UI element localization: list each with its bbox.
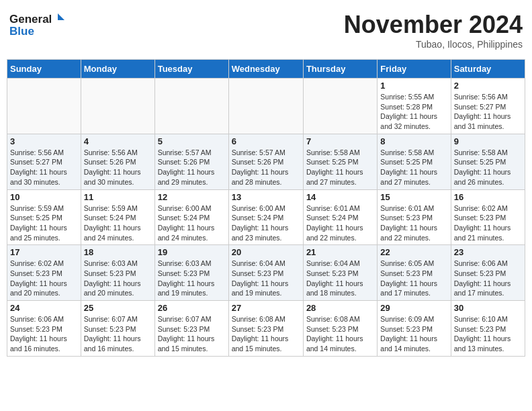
- calendar-day-cell: 15Sunrise: 6:01 AMSunset: 5:23 PMDayligh…: [378, 189, 451, 245]
- calendar-week-row: 24Sunrise: 6:06 AMSunset: 5:23 PMDayligh…: [7, 301, 525, 357]
- logo: General Blue: [9, 11, 70, 40]
- day-number: 9: [454, 136, 522, 146]
- day-detail: Sunrise: 5:56 AMSunset: 5:27 PMDaylight:…: [454, 92, 522, 132]
- calendar-day-cell: 22Sunrise: 6:05 AMSunset: 5:23 PMDayligh…: [378, 245, 451, 301]
- day-detail: Sunrise: 6:00 AMSunset: 5:24 PMDaylight:…: [232, 203, 300, 243]
- day-detail: Sunrise: 6:03 AMSunset: 5:23 PMDaylight:…: [84, 259, 152, 298]
- day-detail: Sunrise: 6:06 AMSunset: 5:23 PMDaylight:…: [454, 259, 522, 298]
- calendar-table: SundayMondayTuesdayWednesdayThursdayFrid…: [7, 59, 525, 357]
- svg-text:Blue: Blue: [9, 25, 34, 38]
- calendar-day-cell: 13Sunrise: 6:00 AMSunset: 5:24 PMDayligh…: [228, 189, 303, 245]
- day-number: 1: [380, 81, 447, 91]
- calendar-day-cell: 11Sunrise: 5:59 AMSunset: 5:24 PMDayligh…: [81, 189, 154, 245]
- calendar-day-cell: 25Sunrise: 6:07 AMSunset: 5:23 PMDayligh…: [81, 301, 154, 357]
- day-number: 8: [380, 136, 447, 146]
- day-detail: Sunrise: 6:02 AMSunset: 5:23 PMDaylight:…: [10, 259, 78, 298]
- day-number: 19: [158, 247, 226, 257]
- day-detail: Sunrise: 6:08 AMSunset: 5:23 PMDaylight:…: [232, 314, 300, 354]
- weekday-header: Wednesday: [228, 60, 303, 79]
- day-number: 28: [306, 303, 374, 313]
- day-detail: Sunrise: 5:57 AMSunset: 5:26 PMDaylight:…: [232, 148, 300, 187]
- day-number: 3: [10, 136, 78, 146]
- calendar-day-cell: 5Sunrise: 5:57 AMSunset: 5:26 PMDaylight…: [154, 134, 228, 189]
- calendar-day-cell: 16Sunrise: 6:02 AMSunset: 5:23 PMDayligh…: [451, 189, 525, 245]
- day-detail: Sunrise: 6:00 AMSunset: 5:24 PMDaylight:…: [158, 203, 226, 243]
- day-number: 16: [454, 192, 522, 202]
- day-number: 4: [84, 136, 152, 146]
- day-detail: Sunrise: 6:07 AMSunset: 5:23 PMDaylight:…: [158, 314, 226, 354]
- calendar-day-cell: 27Sunrise: 6:08 AMSunset: 5:23 PMDayligh…: [228, 301, 303, 357]
- day-number: 2: [454, 81, 522, 91]
- weekday-header: Monday: [81, 60, 154, 79]
- day-detail: Sunrise: 6:09 AMSunset: 5:23 PMDaylight:…: [380, 314, 447, 354]
- day-number: 5: [158, 136, 226, 146]
- calendar-day-cell: 24Sunrise: 6:06 AMSunset: 5:23 PMDayligh…: [7, 301, 81, 357]
- weekday-header: Tuesday: [154, 60, 228, 79]
- calendar-week-row: 10Sunrise: 5:59 AMSunset: 5:25 PMDayligh…: [7, 189, 525, 245]
- day-detail: Sunrise: 6:07 AMSunset: 5:23 PMDaylight:…: [84, 314, 152, 354]
- day-number: 7: [306, 136, 374, 146]
- calendar-day-cell: [7, 79, 81, 134]
- day-number: 12: [158, 192, 226, 202]
- day-detail: Sunrise: 5:59 AMSunset: 5:25 PMDaylight:…: [10, 203, 78, 243]
- svg-text:General: General: [9, 13, 52, 26]
- day-number: 23: [454, 247, 522, 257]
- calendar-day-cell: 29Sunrise: 6:09 AMSunset: 5:23 PMDayligh…: [378, 301, 451, 357]
- day-detail: Sunrise: 6:06 AMSunset: 5:23 PMDaylight:…: [10, 314, 78, 354]
- day-number: 18: [84, 247, 152, 257]
- day-detail: Sunrise: 5:58 AMSunset: 5:25 PMDaylight:…: [306, 148, 374, 187]
- day-detail: Sunrise: 6:04 AMSunset: 5:23 PMDaylight:…: [306, 259, 374, 298]
- calendar-day-cell: 9Sunrise: 5:58 AMSunset: 5:25 PMDaylight…: [451, 134, 525, 189]
- day-detail: Sunrise: 6:03 AMSunset: 5:23 PMDaylight:…: [158, 259, 226, 298]
- calendar-day-cell: [303, 79, 377, 134]
- day-number: 27: [232, 303, 300, 313]
- calendar-day-cell: 23Sunrise: 6:06 AMSunset: 5:23 PMDayligh…: [451, 245, 525, 301]
- day-detail: Sunrise: 6:01 AMSunset: 5:23 PMDaylight:…: [380, 203, 447, 243]
- day-number: 25: [84, 303, 152, 313]
- day-number: 21: [306, 247, 374, 257]
- day-detail: Sunrise: 5:57 AMSunset: 5:26 PMDaylight:…: [158, 148, 226, 187]
- day-detail: Sunrise: 5:55 AMSunset: 5:28 PMDaylight:…: [380, 92, 447, 132]
- title-block: November 2024 Tubao, Ilocos, Philippines: [344, 11, 523, 50]
- calendar-day-cell: 19Sunrise: 6:03 AMSunset: 5:23 PMDayligh…: [154, 245, 228, 301]
- day-number: 20: [232, 247, 300, 257]
- calendar-day-cell: 18Sunrise: 6:03 AMSunset: 5:23 PMDayligh…: [81, 245, 154, 301]
- day-number: 6: [232, 136, 300, 146]
- calendar-day-cell: 17Sunrise: 6:02 AMSunset: 5:23 PMDayligh…: [7, 245, 81, 301]
- calendar-day-cell: 30Sunrise: 6:10 AMSunset: 5:23 PMDayligh…: [451, 301, 525, 357]
- day-detail: Sunrise: 5:59 AMSunset: 5:24 PMDaylight:…: [84, 203, 152, 243]
- day-number: 17: [10, 247, 78, 257]
- day-detail: Sunrise: 6:04 AMSunset: 5:23 PMDaylight:…: [232, 259, 300, 298]
- day-number: 15: [380, 192, 447, 202]
- weekday-header: Thursday: [303, 60, 377, 79]
- day-number: 11: [84, 192, 152, 202]
- day-number: 29: [380, 303, 447, 313]
- calendar-week-row: 1Sunrise: 5:55 AMSunset: 5:28 PMDaylight…: [7, 79, 525, 134]
- day-detail: Sunrise: 6:05 AMSunset: 5:23 PMDaylight:…: [380, 259, 447, 298]
- calendar-day-cell: [81, 79, 154, 134]
- day-number: 14: [306, 192, 374, 202]
- day-number: 10: [10, 192, 78, 202]
- calendar-day-cell: 4Sunrise: 5:56 AMSunset: 5:26 PMDaylight…: [81, 134, 154, 189]
- calendar-day-cell: 6Sunrise: 5:57 AMSunset: 5:26 PMDaylight…: [228, 134, 303, 189]
- calendar-day-cell: 3Sunrise: 5:56 AMSunset: 5:27 PMDaylight…: [7, 134, 81, 189]
- day-detail: Sunrise: 6:01 AMSunset: 5:24 PMDaylight:…: [306, 203, 374, 243]
- calendar-day-cell: 20Sunrise: 6:04 AMSunset: 5:23 PMDayligh…: [228, 245, 303, 301]
- day-number: 24: [10, 303, 78, 313]
- day-detail: Sunrise: 5:56 AMSunset: 5:27 PMDaylight:…: [10, 148, 78, 187]
- day-number: 30: [454, 303, 522, 313]
- calendar-day-cell: 12Sunrise: 6:00 AMSunset: 5:24 PMDayligh…: [154, 189, 228, 245]
- svg-marker-2: [58, 13, 64, 20]
- calendar-day-cell: 10Sunrise: 5:59 AMSunset: 5:25 PMDayligh…: [7, 189, 81, 245]
- day-detail: Sunrise: 5:58 AMSunset: 5:25 PMDaylight:…: [454, 148, 522, 187]
- month-title: November 2024: [344, 11, 523, 39]
- calendar-day-cell: 14Sunrise: 6:01 AMSunset: 5:24 PMDayligh…: [303, 189, 377, 245]
- calendar-day-cell: 2Sunrise: 5:56 AMSunset: 5:27 PMDaylight…: [451, 79, 525, 134]
- location-subtitle: Tubao, Ilocos, Philippines: [344, 39, 523, 50]
- day-detail: Sunrise: 5:58 AMSunset: 5:25 PMDaylight:…: [380, 148, 447, 187]
- calendar-day-cell: 21Sunrise: 6:04 AMSunset: 5:23 PMDayligh…: [303, 245, 377, 301]
- calendar-day-cell: 28Sunrise: 6:08 AMSunset: 5:23 PMDayligh…: [303, 301, 377, 357]
- day-detail: Sunrise: 6:10 AMSunset: 5:23 PMDaylight:…: [454, 314, 522, 354]
- day-number: 13: [232, 192, 300, 202]
- calendar-day-cell: [154, 79, 228, 134]
